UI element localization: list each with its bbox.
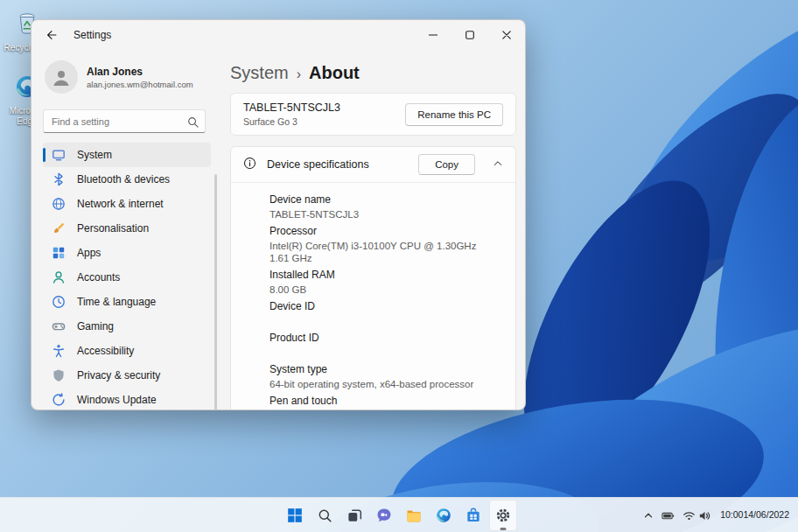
globe-icon [52,197,66,211]
hidden-icons-button[interactable] [639,501,658,529]
file-explorer-button[interactable] [400,500,428,531]
bluetooth-icon [52,172,66,186]
shield-icon [52,368,66,382]
sidebar-item-label: Privacy & security [77,369,160,382]
copy-button[interactable]: Copy [418,154,475,175]
sidebar-item-personalisation[interactable]: Personalisation [43,216,211,241]
accessibility-person-icon [52,344,66,358]
sidebar-item-label: Gaming [77,320,114,332]
sidebar: Alan Jones alan.jones.wm@hotmail.com Sys… [32,50,218,410]
apps-grid-icon [52,246,66,260]
start-button[interactable] [281,500,309,531]
sidebar-item-time-language[interactable]: Time & language [43,290,211,314]
back-arrow-icon [48,32,56,39]
wifi-icon [682,509,696,522]
user-account[interactable]: Alan Jones alan.jones.wm@hotmail.com [43,60,213,94]
spec-field-device-id: Device ID [270,300,501,327]
settings-button[interactable] [489,500,517,531]
sidebar-item-windows-update[interactable]: Windows Update [43,388,211,410]
search-icon [317,508,333,524]
account-person-icon [52,270,66,284]
sidebar-nav: System Bluetooth & devices Network & int… [43,143,213,410]
search-box [43,109,206,133]
device-name-card: TABLET-5NTSCJL3 Surface Go 3 Rename this… [230,93,516,136]
sidebar-item-apps[interactable]: Apps [43,241,211,265]
back-button[interactable] [38,24,65,46]
paintbrush-icon [52,221,66,235]
sidebar-item-label: System [77,149,112,161]
tray-date: 14/06/2022 [743,509,789,522]
sidebar-item-label: Apps [77,247,101,259]
spec-field-pen-touch: Pen and touch Pen and touch support with… [270,395,501,410]
settings-window: Settings [31,19,526,410]
breadcrumb: System › About [230,60,516,87]
task-view-icon [346,508,363,524]
sidebar-item-bluetooth-devices[interactable]: Bluetooth & devices [43,167,211,192]
sidebar-item-privacy-security[interactable]: Privacy & security [43,363,211,388]
desktop: Recycle Bin Microsoft Edge Settings [0,0,798,532]
task-view-button[interactable] [340,500,368,531]
battery-icon [662,509,675,522]
sidebar-item-network-internet[interactable]: Network & internet [43,192,211,216]
page-title: About [309,60,360,85]
selected-indicator [43,148,46,162]
device-model: Surface Go 3 [243,116,340,127]
sidebar-item-gaming[interactable]: Gaming [43,314,211,339]
sidebar-item-accessibility[interactable]: Accessibility [43,339,211,363]
spec-field-processor: Processor Intel(R) Core(TM) i3-10100Y CP… [270,225,501,264]
sidebar-item-label: Time & language [77,296,156,308]
rename-pc-button[interactable]: Rename this PC [405,103,503,126]
microsoft-store-button[interactable] [459,500,487,531]
sidebar-item-accounts[interactable]: Accounts [43,265,211,290]
sidebar-item-system[interactable]: System [43,143,211,167]
maximize-button[interactable] [452,20,488,50]
sidebar-item-label: Accounts [77,271,120,284]
network-volume-tray-button[interactable] [678,501,716,529]
search-input[interactable] [43,109,206,133]
user-email: alan.jones.wm@hotmail.com [87,80,193,89]
main-panel: System › About TABLET-5NTSCJL3 Surface G… [218,50,525,410]
sidebar-item-label: Network & internet [77,198,164,210]
sidebar-item-label: Personalisation [77,222,149,234]
minimize-button[interactable] [415,20,452,50]
chat-button[interactable] [370,500,398,531]
close-icon [502,31,511,39]
device-specifications-body: Device name TABLET-5NTSCJL3 Processor In… [231,183,515,410]
titlebar: Settings [32,20,525,50]
update-arrows-icon [52,393,66,407]
spec-field-device-name: Device name TABLET-5NTSCJL3 [270,193,501,220]
breadcrumb-separator-icon: › [297,62,301,87]
clock-button[interactable]: 10:00 14/06/2022 [716,501,796,529]
spec-field-product-id: Product ID [270,332,501,359]
spec-field-installed-ram: Installed RAM 8.00 GB [270,269,501,296]
close-button[interactable] [488,20,525,50]
chevron-up-icon [642,509,654,522]
sidebar-scrollbar[interactable] [214,174,217,410]
windows-logo-icon [286,507,304,524]
user-name: Alan Jones [87,66,193,78]
taskbar: 10:00 14/06/2022 [0,497,798,532]
spec-field-system-type: System type 64-bit operating system, x64… [270,363,501,390]
taskbar-search-button[interactable] [311,500,339,531]
battery-tray-button[interactable] [658,501,678,529]
system-icon [52,148,66,162]
specs-title: Device specifications [267,158,369,171]
chevron-up-icon[interactable] [493,157,503,172]
sidebar-item-label: Bluetooth & devices [77,173,170,186]
sidebar-item-label: Accessibility [77,345,134,357]
device-name: TABLET-5NTSCJL3 [243,102,340,114]
minimize-icon [429,31,438,39]
person-icon [51,66,72,88]
clock-icon [52,295,66,309]
device-specifications-card: Device specifications Copy Device name T… [230,146,516,410]
device-specifications-header[interactable]: Device specifications Copy [231,147,515,183]
store-icon [465,507,482,524]
tray-time: 10:00 [720,509,743,522]
info-icon [243,157,256,173]
edge-icon [435,507,452,524]
avatar [45,60,78,94]
system-tray: 10:00 14/06/2022 [639,498,796,532]
breadcrumb-root[interactable]: System [230,60,289,85]
volume-icon [698,509,711,522]
edge-button[interactable] [430,500,458,531]
